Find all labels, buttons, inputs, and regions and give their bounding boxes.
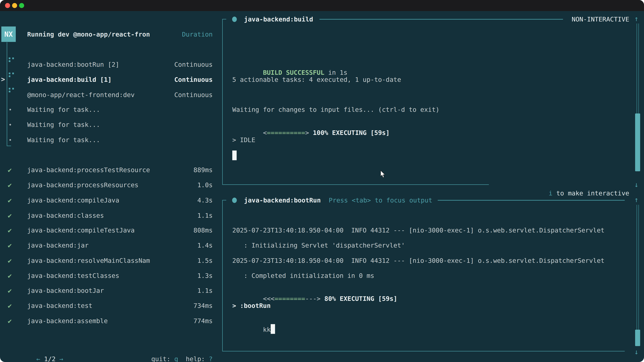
check-icon: ✔ — [8, 212, 12, 220]
pane-left-border — [222, 200, 223, 351]
check-icon: ✔ — [8, 317, 12, 325]
pane-header-rule — [438, 200, 625, 201]
pager-page-indicator — [40, 355, 44, 362]
task-name[interactable]: java-backend:processResources — [27, 181, 138, 189]
task-name[interactable]: java-backend:compileJava — [27, 196, 119, 204]
build-time-text: in 1s — [324, 69, 347, 76]
minimize-window-button[interactable] — [12, 3, 17, 8]
pager-spacer — [56, 355, 59, 362]
task-duration: 734ms — [151, 302, 213, 310]
task-name[interactable]: java-backend:compileTestJava — [27, 226, 135, 234]
quit-label: quit: — [151, 355, 174, 362]
zoom-window-button[interactable] — [19, 3, 24, 8]
task-name[interactable]: java-backend:classes — [27, 212, 104, 220]
task-name[interactable]: java-backend:resolveMainClassNam — [27, 257, 150, 265]
running-group-bracket-foot — [7, 146, 11, 146]
pane-header-rule — [320, 19, 563, 19]
idle-status-line: > IDLE — [232, 136, 255, 144]
task-duration: 1.3s — [151, 272, 213, 280]
task-duration: 1.1s — [151, 287, 213, 295]
scrollbar-track[interactable] — [636, 205, 637, 330]
task-name[interactable]: java-backend:assemble — [27, 317, 108, 325]
build-result-line: BUILD SUCCESSFUL in 1s — [232, 60, 347, 68]
pane-title: java-backend:build — [244, 15, 313, 23]
scroll-up-icon[interactable]: ↑ — [634, 15, 638, 23]
waiting-task-row: Waiting for task... — [27, 136, 100, 144]
task-name[interactable]: java-backend:bootJar — [27, 287, 104, 295]
task-name[interactable]: java-backend:jar — [27, 241, 88, 249]
interactive-hint-key: i — [549, 190, 552, 197]
check-icon: ✔ — [8, 272, 12, 280]
stdin-input-text: kk — [263, 326, 271, 333]
stdin-input-line[interactable]: kk — [232, 316, 275, 324]
check-icon: ✔ — [8, 302, 12, 310]
pane-border-corner — [222, 19, 226, 19]
progress-cap-right: ---> — [305, 295, 324, 302]
running-dot-icon — [232, 16, 237, 22]
pane-title: java-backend:bootRun — [244, 196, 321, 204]
task-duration: 808ms — [151, 226, 213, 234]
duration-column-header: Duration — [151, 30, 213, 38]
log-line: 2025-07-23T13:40:18.950-04:00 INFO 44312… — [232, 226, 604, 234]
terminal-cursor — [232, 150, 237, 160]
task-name[interactable]: java-backend:testClasses — [27, 272, 119, 280]
progress-label: 100% EXECUTING [59s] — [313, 129, 390, 136]
help-label: help: — [178, 355, 209, 362]
help-key: ? — [209, 355, 213, 362]
task-duration: 774ms — [151, 317, 213, 325]
nx-logo: NX — [1, 26, 16, 42]
interactive-hint-text: to make interactive — [552, 190, 629, 197]
progress-bar-fill: ========== — [267, 129, 305, 136]
task-duration: 1.4s — [151, 241, 213, 249]
progress-cap-left: < — [263, 129, 267, 136]
scroll-up-icon[interactable]: ↑ — [634, 196, 638, 204]
pane-bottom-border — [222, 351, 625, 352]
keyboard-hints: quit: q help: ? — [112, 347, 213, 355]
check-icon: ✔ — [8, 166, 12, 174]
quit-key: q — [174, 355, 178, 362]
focus-output-hint: Press <tab> to focus output — [329, 196, 432, 204]
interactive-hint: i to make interactive — [518, 181, 629, 189]
log-line: 2025-07-23T13:40:18.950-04:00 INFO 44312… — [232, 257, 604, 265]
scroll-down-icon[interactable]: ↓ — [634, 348, 638, 356]
waiting-changes-line: Waiting for changes to input files... (c… — [232, 106, 440, 114]
gradle-progress-line: <<<========---> 80% EXECUTING [59s] — [232, 287, 397, 295]
pager-next-arrow[interactable]: → — [59, 355, 63, 362]
terminal-cursor — [271, 324, 275, 334]
task-status: Continuous — [151, 91, 213, 99]
task-status: Continuous — [151, 60, 213, 68]
task-duration: 1.1s — [151, 212, 213, 220]
task-duration: 889ms — [151, 166, 213, 174]
progress-cap-right: > — [305, 129, 313, 136]
pager-prev-arrow[interactable]: ← — [36, 355, 40, 362]
waiting-task-row: Waiting for task... — [27, 121, 100, 129]
task-name[interactable]: java-backend:bootRun [2] — [27, 60, 119, 68]
pane-bottom-border — [222, 184, 489, 185]
log-line: : Initializing Servlet 'dispatcherServle… — [232, 241, 405, 249]
task-name[interactable]: java-backend:test — [27, 302, 92, 310]
mouse-pointer-icon — [380, 170, 386, 180]
task-name[interactable]: java-backend:build [1] — [27, 76, 112, 84]
window-titlebar — [0, 0, 644, 11]
check-icon: ✔ — [8, 181, 12, 189]
task-duration: 1.0s — [151, 181, 213, 189]
scrollbar-track[interactable] — [638, 205, 639, 330]
progress-cap-left: <<< — [263, 295, 274, 302]
selected-task-arrow: > — [1, 75, 5, 83]
pager: ← 1/2 → — [6, 347, 63, 355]
progress-label: 80% EXECUTING [59s] — [324, 295, 397, 302]
check-icon: ✔ — [8, 241, 12, 249]
task-name[interactable]: java-backend:processTestResource — [27, 166, 150, 174]
scrollbar-track[interactable] — [638, 23, 639, 114]
task-name[interactable]: @mono-app/react-frontend:dev — [27, 91, 135, 99]
scrollbar-thumb[interactable] — [635, 113, 640, 171]
scroll-down-icon[interactable]: ↓ — [634, 181, 638, 189]
pane-border-corner — [222, 200, 226, 200]
close-window-button[interactable] — [5, 3, 10, 8]
tasks-summary-line: 5 actionable tasks: 4 executed, 1 up-to-… — [232, 76, 401, 84]
log-line: : Completed initialization in 0 ms — [232, 272, 374, 280]
scrollbar-track[interactable] — [636, 23, 637, 114]
waiting-dot-icon — [10, 124, 11, 125]
check-icon: ✔ — [8, 257, 12, 265]
scrollbar-thumb[interactable] — [635, 330, 640, 346]
